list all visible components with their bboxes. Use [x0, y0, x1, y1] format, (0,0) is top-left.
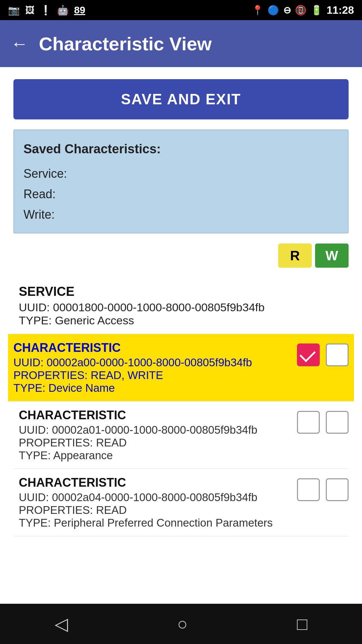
- bottom-nav: ◁ ○ □: [0, 604, 362, 644]
- char-checkboxes-2: [297, 476, 349, 501]
- bluetooth-icon: 🔵: [267, 5, 279, 16]
- read-checkbox-0[interactable]: [297, 343, 320, 366]
- char-info-1: CHARACTERISTICUUID: 00002a01-0000-1000-8…: [19, 408, 297, 462]
- alert-icon: ❕: [40, 5, 52, 16]
- char-properties-1: PROPERTIES: READ: [19, 436, 297, 449]
- char-type-0: TYPE: Device Name: [13, 382, 297, 394]
- char-uuid-1: UUID: 00002a01-0000-1000-8000-00805f9b34…: [19, 424, 297, 436]
- nav-recents-icon[interactable]: □: [297, 614, 307, 634]
- rw-toggles: R W: [13, 244, 349, 268]
- save-exit-button[interactable]: SAVE AND EXIT: [13, 79, 349, 119]
- char-uuid-2: UUID: 00002a04-0000-1000-8000-00805f9b34…: [19, 491, 297, 504]
- service-block: SERVICE UUID: 00001800-0000-1000-8000-00…: [13, 278, 349, 334]
- char-type-2: TYPE: Peripheral Preferred Connection Pa…: [19, 517, 297, 529]
- saved-service-label: Service:: [23, 163, 339, 184]
- saved-read-label: Read:: [23, 184, 339, 204]
- status-bar: 📷 🖼 ❕ 🤖 89 📍 🔵 ⊖ 📵 🔋 11:28: [0, 0, 362, 20]
- char-label-1: CHARACTERISTIC: [19, 408, 297, 422]
- location-icon: 📍: [252, 5, 263, 16]
- service-label: SERVICE: [19, 284, 349, 299]
- write-toggle-button[interactable]: W: [315, 244, 349, 268]
- saved-write-label: Write:: [23, 204, 339, 225]
- status-bar-left: 📷 🖼 ❕ 🤖 89: [8, 4, 85, 16]
- characteristic-list: CHARACTERISTICUUID: 00002a00-0000-1000-8…: [13, 334, 349, 536]
- status-bar-right: 📍 🔵 ⊖ 📵 🔋 11:28: [252, 4, 354, 16]
- notification-badge: 89: [74, 4, 85, 16]
- read-checkbox-2[interactable]: [297, 478, 320, 501]
- signal-off-icon: 📵: [295, 5, 307, 16]
- characteristic-row: CHARACTERISTICUUID: 00002a00-0000-1000-8…: [8, 334, 354, 401]
- service-uuid: UUID: 00001800-0000-1000-8000-00805f9b34…: [19, 301, 349, 314]
- service-type: TYPE: Generic Access: [19, 314, 349, 327]
- char-uuid-0: UUID: 00002a00-0000-1000-8000-00805f9b34…: [13, 356, 297, 369]
- page-title: Characteristic View: [39, 33, 212, 55]
- write-checkbox-2[interactable]: [326, 478, 349, 501]
- camera-icon: 📷: [8, 5, 20, 16]
- char-label-2: CHARACTERISTIC: [19, 476, 297, 490]
- time-display: 11:28: [326, 4, 354, 16]
- characteristic-row: CHARACTERISTICUUID: 00002a04-0000-1000-8…: [13, 469, 349, 536]
- read-toggle-button[interactable]: R: [278, 244, 312, 268]
- char-checkboxes-1: [297, 408, 349, 434]
- read-checkbox-1[interactable]: [297, 411, 320, 434]
- android-icon: 🤖: [57, 5, 69, 16]
- characteristic-row: CHARACTERISTICUUID: 00002a01-0000-1000-8…: [13, 401, 349, 469]
- dnd-icon: ⊖: [283, 5, 291, 16]
- char-properties-0: PROPERTIES: READ, WRITE: [13, 369, 297, 382]
- saved-characteristics-box: Saved Characteristics: Service: Read: Wr…: [13, 129, 349, 233]
- back-button[interactable]: ←: [11, 34, 28, 54]
- write-checkbox-1[interactable]: [326, 411, 349, 434]
- saved-characteristics-title: Saved Characteristics:: [23, 138, 339, 160]
- write-checkbox-0[interactable]: [326, 343, 349, 366]
- char-type-1: TYPE: Appearance: [19, 449, 297, 462]
- char-properties-2: PROPERTIES: READ: [19, 504, 297, 517]
- app-bar: ← Characteristic View: [0, 20, 362, 67]
- char-checkboxes-0: [297, 341, 349, 366]
- char-info-0: CHARACTERISTICUUID: 00002a00-0000-1000-8…: [13, 341, 297, 394]
- nav-home-icon[interactable]: ○: [177, 614, 188, 634]
- battery-icon: 🔋: [311, 5, 322, 16]
- main-content: SAVE AND EXIT Saved Characteristics: Ser…: [0, 67, 362, 604]
- char-label-0: CHARACTERISTIC: [13, 341, 297, 355]
- nav-back-icon[interactable]: ◁: [55, 614, 68, 634]
- image-icon: 🖼: [25, 5, 35, 16]
- char-info-2: CHARACTERISTICUUID: 00002a04-0000-1000-8…: [19, 476, 297, 529]
